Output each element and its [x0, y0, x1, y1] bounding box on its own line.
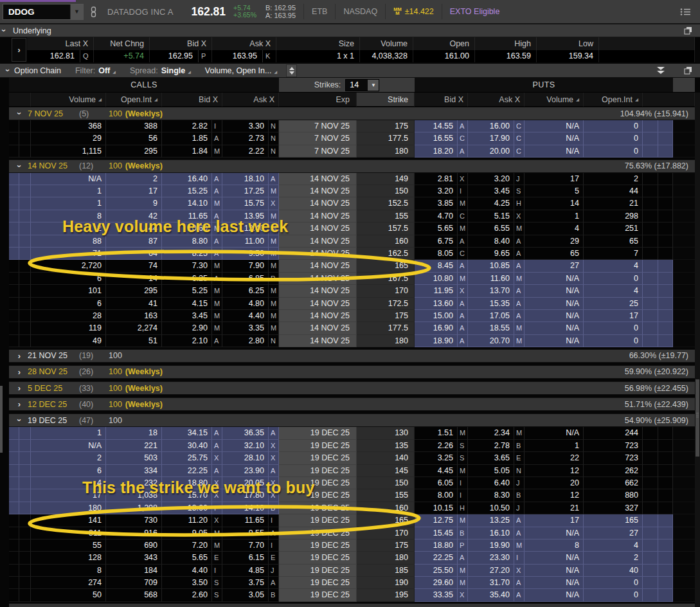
call-ask-cell[interactable]: 3.35: [222, 322, 269, 334]
put-bid-cell[interactable]: 18.20: [415, 145, 458, 158]
call-bid-cell[interactable]: 4.15: [162, 298, 212, 310]
option-row[interactable]: 24410.60M12.40M14 NOV 25157.55.65M6.55M4…: [9, 222, 695, 235]
call-bid-cell[interactable]: 8.25: [162, 248, 212, 260]
detach-icon[interactable]: [684, 26, 692, 35]
option-row[interactable]: 14173011.20X11.65I19 DEC 2516512.75M13.2…: [9, 514, 695, 527]
spinner-down-icon[interactable]: [289, 71, 294, 75]
option-row[interactable]: 6146.25A6.85P14 NOV 25167.510.80M11.60MN…: [9, 273, 695, 285]
call-ask-cell[interactable]: 23.90: [222, 465, 269, 477]
call-bid-cell[interactable]: 25.75: [162, 452, 212, 464]
option-row[interactable]: 81844.40I4.85J19 DEC 2518525.50M27.20XN/…: [9, 565, 695, 577]
call-ask-cell[interactable]: 13.95: [222, 210, 269, 222]
option-row[interactable]: 88878.80A11.00M14 NOV 251606.75A8.40A296…: [9, 235, 695, 248]
spread-dropdown[interactable]: Spread: Single ◢: [130, 66, 191, 75]
put-ask-cell[interactable]: 19.90: [468, 539, 514, 552]
put-ask-cell[interactable]: 16.10: [468, 527, 514, 539]
put-bid-cell[interactable]: 29.60: [415, 577, 458, 589]
chevron-right-icon[interactable]: ›: [15, 367, 24, 377]
put-ask-cell[interactable]: 9.65: [468, 248, 514, 260]
call-open-interest-header[interactable]: Open.Int◢: [106, 93, 162, 107]
put-bid-cell[interactable]: 3.85: [415, 197, 458, 210]
call-bid-cell[interactable]: 5.25: [162, 285, 212, 297]
put-bid-cell[interactable]: 3.25: [415, 452, 458, 464]
option-row[interactable]: 633422.25A23.90A19 DEC 251454.45M5.05N12…: [9, 465, 695, 477]
put-volume-header[interactable]: Volume◢: [525, 93, 584, 107]
put-bid-cell[interactable]: 1.51: [415, 427, 458, 439]
put-ask-cell[interactable]: 2.78: [468, 440, 514, 452]
put-ask-cell[interactable]: 17.90: [468, 132, 514, 145]
symbol-value[interactable]: DDOG: [3, 7, 70, 17]
call-bid-cell[interactable]: 10.60: [162, 222, 212, 235]
call-ask-cell[interactable]: 7.70: [222, 539, 269, 552]
put-ask-cell[interactable]: 2.34: [468, 427, 514, 439]
call-ask-cell[interactable]: 9.55: [222, 527, 269, 539]
call-ask-cell[interactable]: 18.10: [222, 173, 269, 185]
call-bid-cell[interactable]: 22.25: [162, 465, 212, 477]
chevron-right-icon[interactable]: ›: [15, 383, 24, 393]
call-bid-cell[interactable]: 7.20: [162, 539, 212, 552]
put-ask-cell[interactable]: 20.70: [468, 335, 514, 347]
call-ask-header[interactable]: Ask X: [222, 93, 279, 107]
put-bid-cell[interactable]: 16.55: [415, 132, 458, 145]
option-row[interactable]: 84211.65A13.95M14 NOV 251554.70C5.15X129…: [9, 210, 695, 222]
call-bid-cell[interactable]: 1.84: [162, 145, 212, 158]
put-bid-cell[interactable]: 2.26: [415, 440, 458, 452]
option-row[interactable]: 29561.85A2.73N7 NOV 25177.516.55C17.90CN…: [9, 132, 695, 145]
put-ask-cell[interactable]: 17.05: [468, 310, 514, 322]
filter-dropdown[interactable]: Filter: Off ◢: [75, 66, 116, 75]
call-volume-header[interactable]: Volume◢: [31, 93, 106, 107]
call-bid-cell[interactable]: 2.82: [162, 120, 212, 132]
vertical-scrollbar[interactable]: [695, 93, 700, 607]
put-bid-cell[interactable]: 12.75: [415, 514, 458, 527]
call-bid-cell[interactable]: 8.80: [162, 235, 212, 248]
put-bid-cell[interactable]: 3.20: [415, 185, 458, 197]
put-bid-cell[interactable]: 18.80: [415, 539, 458, 552]
put-ask-cell[interactable]: 3.45: [468, 185, 514, 197]
call-bid-cell[interactable]: 4.40: [162, 565, 212, 577]
row-spinner[interactable]: [286, 64, 297, 77]
call-ask-cell[interactable]: 4.40: [222, 310, 269, 322]
call-bid-cell[interactable]: 2.60: [162, 589, 212, 601]
option-row[interactable]: N/A22130.40A32.10X19 DEC 251352.26S2.78B…: [9, 440, 695, 452]
call-bid-cell[interactable]: 1.85: [162, 132, 212, 145]
put-ask-cell[interactable]: 3.20: [468, 173, 514, 185]
put-bid-cell[interactable]: 18.90: [415, 335, 458, 347]
expiration-group-header[interactable]: ›28 NOV 25(26)100(Weeklys)59.90% (±20.92…: [9, 365, 695, 379]
put-bid-cell[interactable]: 13.60: [415, 298, 458, 310]
expiration-group-header[interactable]: ›5 DEC 25(33)100(Weeklys)56.98% (±22.455…: [9, 381, 695, 395]
underlying-section-header[interactable]: › Underlying: [0, 24, 700, 37]
call-ask-cell[interactable]: 3.05: [222, 589, 269, 601]
put-bid-cell[interactable]: 15.45: [415, 527, 458, 539]
option-row[interactable]: 1283435.65E6.15E19 DEC 2518022.25A23.30I…: [9, 552, 695, 564]
call-bid-cell[interactable]: 15.70: [162, 489, 212, 502]
chevron-down-icon[interactable]: ›: [15, 161, 24, 170]
call-ask-cell[interactable]: 11.65: [222, 514, 269, 527]
put-bid-cell[interactable]: 22.25: [415, 552, 458, 564]
put-bid-cell[interactable]: 8.00: [415, 489, 458, 502]
underlying-expander[interactable]: ›: [12, 38, 26, 62]
put-bid-cell[interactable]: 5.65: [415, 222, 458, 235]
put-ask-cell[interactable]: 10.50: [468, 502, 514, 514]
expiration-group-header[interactable]: ›19 DEC 25(47)10054.90% (±25.909): [9, 413, 695, 427]
call-bid-cell[interactable]: 30.40: [162, 440, 212, 452]
call-bid-cell[interactable]: 5.65: [162, 552, 212, 564]
call-ask-cell[interactable]: 20.05: [222, 477, 269, 489]
put-ask-cell[interactable]: 31.70: [468, 577, 514, 589]
call-bid-cell[interactable]: 14.10: [162, 197, 212, 210]
call-bid-cell[interactable]: 15.25: [162, 185, 212, 197]
put-ask-cell[interactable]: 13.70: [468, 285, 514, 297]
put-ask-cell[interactable]: 8.30: [468, 489, 514, 502]
option-row[interactable]: 2,720747.30M7.90M14 NOV 251658.45A10.85A…: [9, 260, 695, 272]
symbol-dropdown-button[interactable]: ▼: [70, 5, 83, 19]
call-ask-cell[interactable]: 17.25: [222, 185, 269, 197]
call-ask-cell[interactable]: 3.30: [222, 120, 269, 132]
chevron-right-icon[interactable]: ›: [15, 351, 24, 361]
call-bid-cell[interactable]: 13.60: [162, 502, 212, 514]
put-bid-cell[interactable]: 2.81: [415, 173, 458, 185]
call-bid-header[interactable]: Bid X: [162, 93, 222, 107]
put-bid-cell[interactable]: 10.80: [415, 273, 458, 285]
put-ask-cell[interactable]: 6.55: [468, 222, 514, 235]
call-ask-cell[interactable]: 6.85: [222, 273, 269, 285]
option-row[interactable]: 1801,29813.60I14.10B19 DEC 2516010.15H10…: [9, 502, 695, 514]
put-bid-cell[interactable]: 33.35: [415, 589, 458, 601]
